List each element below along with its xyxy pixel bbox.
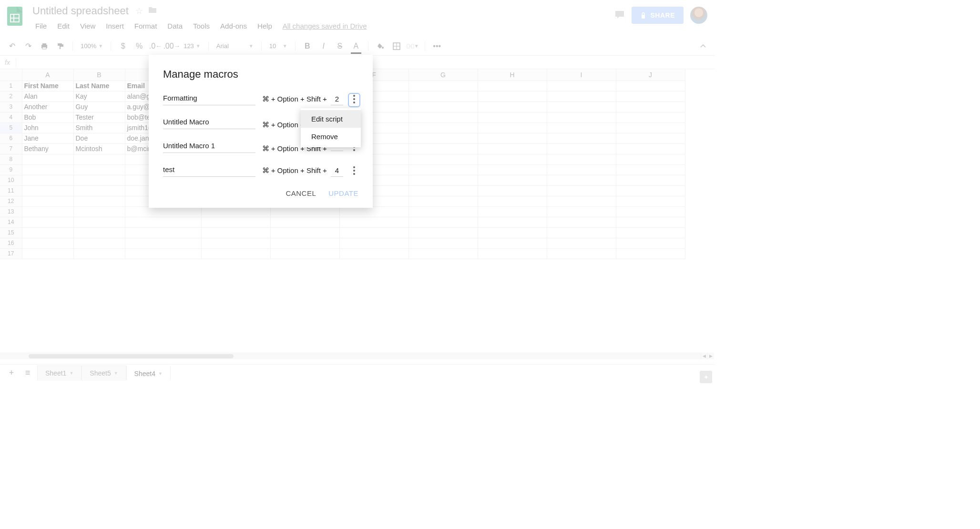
scroll-left-icon[interactable]: ◀ xyxy=(701,353,707,359)
cell[interactable] xyxy=(616,154,685,164)
cell[interactable] xyxy=(22,206,73,217)
strikethrough-icon[interactable]: S xyxy=(333,40,347,53)
cell[interactable]: Smith xyxy=(73,122,125,133)
cell[interactable] xyxy=(616,112,685,122)
font-size-select[interactable]: 10 ▼ xyxy=(266,42,290,50)
cell[interactable]: Doe xyxy=(73,133,125,143)
cell[interactable] xyxy=(616,102,685,112)
cell[interactable] xyxy=(547,185,616,196)
cell[interactable] xyxy=(270,206,339,217)
cell[interactable] xyxy=(478,91,547,102)
macro-name-input[interactable]: test xyxy=(163,165,255,177)
bold-icon[interactable]: B xyxy=(300,40,315,53)
merge-cells-icon[interactable]: ▼ xyxy=(406,40,420,53)
cell[interactable] xyxy=(547,227,616,238)
cell[interactable] xyxy=(201,238,270,248)
cell[interactable] xyxy=(339,227,408,238)
row-header[interactable]: 16 xyxy=(0,238,22,248)
cell[interactable] xyxy=(73,217,125,227)
row-header[interactable]: 11 xyxy=(0,185,22,196)
row-header[interactable]: 14 xyxy=(0,217,22,227)
macro-name-input[interactable]: Untitled Macro 1 xyxy=(163,142,255,153)
cell[interactable] xyxy=(616,248,685,259)
menu-view[interactable]: View xyxy=(75,20,100,32)
cell[interactable] xyxy=(73,227,125,238)
cell[interactable] xyxy=(339,248,408,259)
row-header[interactable]: 9 xyxy=(0,164,22,175)
macro-options-icon[interactable] xyxy=(350,95,358,105)
font-select[interactable]: Arial ▼ xyxy=(214,42,256,50)
cell[interactable] xyxy=(201,206,270,217)
cell[interactable] xyxy=(547,217,616,227)
cell[interactable] xyxy=(408,122,478,133)
cell[interactable] xyxy=(408,196,478,206)
cell[interactable] xyxy=(478,122,547,133)
cell[interactable] xyxy=(125,217,201,227)
cell[interactable] xyxy=(547,175,616,185)
document-title[interactable]: Untitled spreadsheet xyxy=(31,4,131,18)
cell[interactable]: Bethany xyxy=(22,143,73,154)
row-header[interactable]: 3 xyxy=(0,102,22,112)
column-header[interactable]: G xyxy=(408,69,478,81)
column-header[interactable]: I xyxy=(547,69,616,81)
print-icon[interactable] xyxy=(37,40,51,53)
cell[interactable] xyxy=(125,238,201,248)
cell[interactable] xyxy=(201,248,270,259)
cell[interactable] xyxy=(478,112,547,122)
cell[interactable] xyxy=(547,112,616,122)
cell[interactable] xyxy=(22,175,73,185)
cell[interactable] xyxy=(616,206,685,217)
cell[interactable]: First Name xyxy=(22,81,73,91)
cell[interactable] xyxy=(408,248,478,259)
comments-icon[interactable] xyxy=(614,10,625,21)
menu-format[interactable]: Format xyxy=(130,20,162,32)
all-sheets-icon[interactable]: ≡ xyxy=(21,366,34,380)
cell[interactable] xyxy=(22,227,73,238)
edit-script-item[interactable]: Edit script xyxy=(301,110,361,128)
cell[interactable] xyxy=(270,238,339,248)
add-sheet-icon[interactable]: + xyxy=(5,366,18,380)
row-header[interactable]: 2 xyxy=(0,91,22,102)
cell[interactable] xyxy=(408,81,478,91)
cell[interactable] xyxy=(616,196,685,206)
star-icon[interactable]: ☆ xyxy=(135,6,143,16)
cell[interactable] xyxy=(547,164,616,175)
cell[interactable] xyxy=(478,196,547,206)
cell[interactable] xyxy=(408,238,478,248)
cell[interactable] xyxy=(616,143,685,154)
menu-edit[interactable]: Edit xyxy=(52,20,74,32)
row-header[interactable]: 10 xyxy=(0,175,22,185)
macro-name-input[interactable]: Untitled Macro xyxy=(163,118,255,129)
cell[interactable] xyxy=(616,185,685,196)
cell[interactable] xyxy=(73,206,125,217)
row-header[interactable]: 4 xyxy=(0,112,22,122)
cell[interactable] xyxy=(22,248,73,259)
redo-icon[interactable]: ↷ xyxy=(21,40,35,53)
cell[interactable] xyxy=(408,217,478,227)
collapse-toolbar-icon[interactable] xyxy=(696,40,710,53)
cell[interactable] xyxy=(270,217,339,227)
undo-icon[interactable]: ↶ xyxy=(5,40,19,53)
macro-key-input[interactable]: 2 xyxy=(331,95,343,105)
cell[interactable] xyxy=(478,185,547,196)
cell[interactable] xyxy=(408,102,478,112)
cell[interactable] xyxy=(22,238,73,248)
column-header[interactable]: A xyxy=(22,69,73,81)
cell[interactable] xyxy=(478,217,547,227)
cell[interactable] xyxy=(408,206,478,217)
cell[interactable] xyxy=(125,248,201,259)
cell[interactable] xyxy=(125,227,201,238)
cell[interactable] xyxy=(270,227,339,238)
cell[interactable] xyxy=(22,164,73,175)
user-avatar[interactable] xyxy=(690,7,707,24)
save-status[interactable]: All changes saved in Drive xyxy=(278,20,372,32)
cell[interactable] xyxy=(616,133,685,143)
sheets-logo[interactable] xyxy=(5,4,25,29)
cell[interactable] xyxy=(201,217,270,227)
row-header[interactable]: 1 xyxy=(0,81,22,91)
cell[interactable] xyxy=(547,133,616,143)
cell[interactable] xyxy=(616,164,685,175)
row-header[interactable]: 15 xyxy=(0,227,22,238)
cell[interactable] xyxy=(478,227,547,238)
row-header[interactable]: 5 xyxy=(0,122,22,133)
